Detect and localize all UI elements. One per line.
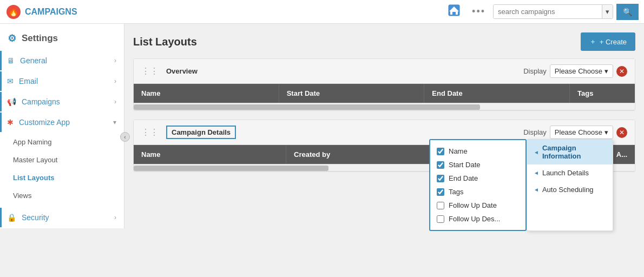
option-launch-details[interactable]: ◄ Launch Details (527, 164, 613, 181)
top-nav-icons: ••• ▾ 🔍 (444, 2, 639, 21)
checkbox-tags: Tags (437, 185, 519, 199)
general-icon: 🖥 (7, 56, 15, 65)
checkbox-name: Name (437, 144, 519, 158)
sidebar-sub-item-views[interactable]: Views (0, 187, 124, 205)
more-options-button[interactable]: ••• (468, 4, 490, 19)
sidebar-label-email: Email (19, 77, 38, 85)
campaign-details-panel: ⋮⋮ Campaign Details Display Please Choos… (133, 120, 635, 172)
create-button[interactable]: ＋ + Create (581, 32, 635, 51)
triangle-launch-icon: ◄ (534, 170, 539, 176)
details-dropdown-container: Please Choose ▾ Name (550, 126, 613, 139)
logo-icon: 🔥 (5, 4, 22, 20)
top-nav: 🔥 CAMPAIGNS ••• ▾ 🔍 (0, 0, 644, 24)
app-logo: 🔥 CAMPAIGNS (5, 4, 92, 20)
overview-table-header: Name Start Date End Date Tags (134, 84, 635, 103)
details-col-name: Name (134, 145, 286, 164)
email-icon: ✉ (7, 77, 14, 85)
overview-col-tags: Tags (570, 84, 635, 103)
overview-col-name: Name (134, 84, 279, 103)
option-auto-scheduling[interactable]: ◄ Auto Scheduling (527, 181, 613, 198)
chevron-general-icon: › (114, 57, 116, 64)
overview-panel-display: Display Please Choose ▾ ✕ (523, 64, 627, 78)
checkbox-follow-up-date-input[interactable] (437, 202, 444, 209)
sidebar-sub-item-list-layouts[interactable]: List Layouts (0, 169, 124, 187)
security-icon: 🔒 (7, 213, 16, 222)
overview-display-label: Display (523, 67, 547, 75)
overview-panel-title: Overview (166, 67, 198, 75)
sidebar-item-general[interactable]: 🖥 General › (0, 51, 124, 70)
checkbox-name-input[interactable] (437, 148, 444, 155)
checkbox-tags-input[interactable] (437, 188, 444, 196)
sidebar-item-customize[interactable]: ✱ Customize App ▾ (0, 113, 124, 132)
checkbox-end-date-input[interactable] (437, 175, 444, 182)
option-launch-details-label: Launch Details (542, 169, 589, 177)
details-display-value: Please Choose (555, 128, 602, 136)
overview-close-button[interactable]: ✕ (616, 66, 627, 77)
overview-scrollbar-thumb (134, 104, 480, 110)
app-name: CAMPAIGNS (25, 7, 77, 17)
details-drag-handle: ⋮⋮ (141, 127, 159, 137)
details-select-chevron-icon: ▾ (604, 128, 608, 136)
details-display-label: Display (523, 128, 547, 136)
details-display-select[interactable]: Please Choose ▾ (550, 126, 613, 139)
search-input[interactable] (494, 5, 602, 18)
sidebar-label-customize: Customize App (19, 118, 70, 127)
checkbox-panel: Name Start Date End Date (429, 139, 527, 231)
search-dropdown-button[interactable]: ▾ (602, 5, 613, 18)
checkbox-follow-up-date-label: Follow Up Date (449, 201, 497, 209)
details-close-button[interactable]: ✕ (616, 127, 627, 138)
sidebar-label-campaigns: Campaigns (22, 97, 60, 106)
overview-scrollbar[interactable] (134, 103, 635, 110)
sidebar-item-email[interactable]: ✉ Email › (0, 71, 124, 91)
sidebar-title: Settings (22, 33, 58, 44)
overview-col-end: End Date (424, 84, 570, 103)
checkbox-start-date: Start Date (437, 158, 519, 172)
checkbox-follow-up-date: Follow Up Date (437, 199, 519, 212)
checkbox-name-label: Name (449, 147, 468, 155)
sidebar-sub-item-app-naming[interactable]: App Naming (0, 133, 124, 151)
option-campaign-information[interactable]: ◄ Campaign Information (527, 140, 613, 164)
home-button[interactable] (444, 2, 464, 21)
sidebar-item-security[interactable]: 🔒 Security › (0, 208, 124, 227)
checkbox-follow-up-des-input[interactable] (437, 215, 444, 223)
sidebar-item-campaigns[interactable]: 📢 Campaigns › (0, 92, 124, 111)
checkbox-follow-up-des-label: Follow Up Des... (449, 215, 500, 223)
triangle-icon: ◄ (534, 149, 539, 155)
checkbox-start-date-label: Start Date (449, 161, 481, 169)
search-container: ▾ (493, 4, 613, 19)
overview-display-select[interactable]: Please Choose ▾ (550, 64, 613, 78)
checkbox-end-date: End Date (437, 172, 519, 185)
main-content: List Layouts ＋ + Create ⋮⋮ Overview Disp… (124, 24, 644, 277)
overview-panel-header: ⋮⋮ Overview Display Please Choose ▾ ✕ (134, 59, 635, 84)
chevron-email-icon: › (114, 77, 116, 85)
overview-col-start: Start Date (279, 84, 425, 103)
chevron-customize-icon: ▾ (113, 118, 116, 126)
campaign-details-panel-title: Campaign Details (166, 126, 236, 139)
overview-panel: ⋮⋮ Overview Display Please Choose ▾ ✕ Na… (133, 58, 635, 111)
sidebar-label-security: Security (22, 213, 49, 222)
checkbox-start-date-input[interactable] (437, 161, 444, 169)
sidebar-wrapper: ⚙ Settings 🖥 General › ✉ Email › (0, 24, 124, 277)
checkbox-tags-label: Tags (449, 188, 463, 196)
checkbox-follow-up-des: Follow Up Des... (437, 212, 519, 226)
plus-icon: ＋ (589, 37, 596, 47)
campaign-details-panel-header: ⋮⋮ Campaign Details Display Please Choos… (134, 120, 635, 145)
main-layout: ⚙ Settings 🖥 General › ✉ Email › (0, 24, 644, 277)
create-label: + Create (600, 38, 627, 46)
details-scrollbar-thumb (134, 166, 328, 171)
options-panel: ◄ Campaign Information ◄ Launch Details … (527, 139, 613, 231)
search-button[interactable]: 🔍 (616, 4, 639, 20)
details-dropdown-popup: Name Start Date End Date (429, 139, 613, 231)
triangle-auto-icon: ◄ (534, 187, 539, 193)
chevron-security-icon: › (114, 214, 116, 221)
overview-drag-handle: ⋮⋮ (141, 66, 159, 76)
sidebar-collapse-button[interactable]: ‹ (120, 132, 130, 142)
details-col-created-by: Created by (286, 145, 439, 164)
campaigns-icon: 📢 (7, 97, 16, 106)
checkbox-end-date-label: End Date (449, 174, 478, 182)
sidebar-sub-item-master-layout[interactable]: Master Layout (0, 151, 124, 169)
svg-text:🔥: 🔥 (8, 6, 19, 17)
option-auto-scheduling-label: Auto Scheduling (542, 186, 594, 194)
main-header: List Layouts ＋ + Create (133, 32, 635, 51)
details-panel-display: Display Please Choose ▾ Name (523, 126, 627, 139)
